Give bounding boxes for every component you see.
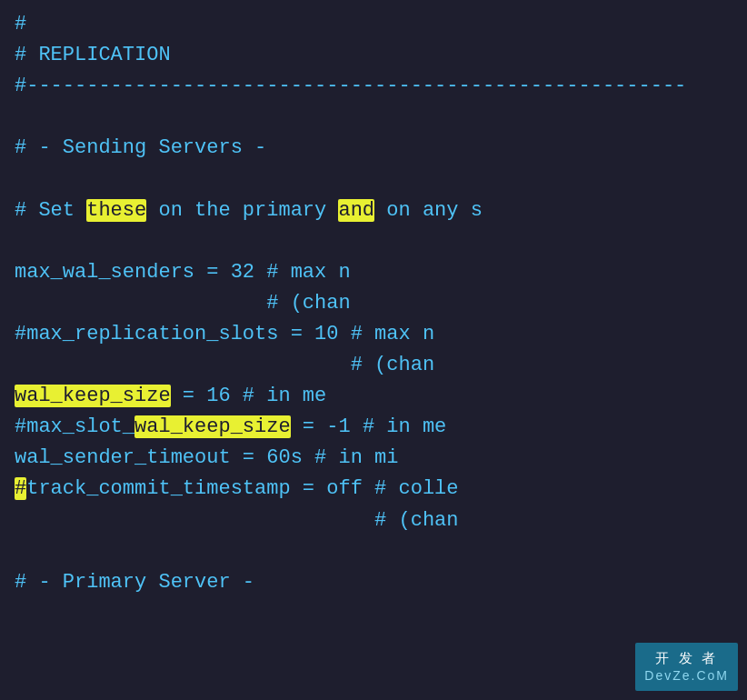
- line-chan-comment3: #track_commit_timestamp = off # (chan: [15, 505, 732, 536]
- line-wal-keep-size: wal_keep_size = 16 # in me: [15, 381, 732, 412]
- highlight-hash: #: [15, 477, 26, 500]
- line-sending-servers: # - Sending Servers -: [15, 133, 732, 164]
- watermark-bottom: DevZe.CoM: [644, 667, 729, 685]
- watermark-top: 开 发 者: [644, 648, 729, 667]
- line-empty2: [15, 164, 732, 195]
- watermark: 开 发 者 DevZe.CoM: [635, 643, 738, 691]
- code-content: # # REPLICATION #-----------------------…: [0, 0, 747, 607]
- highlight-wal-keep-size2: wal_keep_size: [134, 415, 291, 438]
- line-empty3: [15, 226, 732, 257]
- highlight-and: and: [338, 199, 374, 222]
- line-max-slot-wal: #max_slot_wal_keep_size = -1 # in me: [15, 412, 732, 443]
- line-primary-server: # - Primary Server -: [15, 567, 732, 598]
- line-replication: # REPLICATION: [15, 40, 732, 71]
- highlight-wal-keep-size: wal_keep_size: [15, 385, 171, 407]
- line-chan-comment2: #max_replication_slots = 10 # (chan: [15, 350, 732, 381]
- line-hash: #: [15, 9, 732, 40]
- highlight-these: these: [86, 199, 146, 222]
- line-track-commit: #track_commit_timestamp = off # colle: [15, 474, 732, 505]
- line-chan-comment1: max_wal_senders = 32 # (chan: [15, 288, 732, 319]
- line-empty4: [15, 536, 732, 567]
- line-set-comment: # Set these on the primary and on any s: [15, 195, 732, 226]
- code-editor: # # REPLICATION #-----------------------…: [0, 0, 747, 700]
- line-empty1: [15, 102, 732, 133]
- line-wal-sender-timeout: wal_sender_timeout = 60s # in mi: [15, 443, 732, 474]
- line-separator: #---------------------------------------…: [15, 71, 732, 102]
- line-max-replication-slots: #max_replication_slots = 10 # max n: [15, 319, 732, 350]
- line-max-wal-senders: max_wal_senders = 32 # max n: [15, 257, 732, 288]
